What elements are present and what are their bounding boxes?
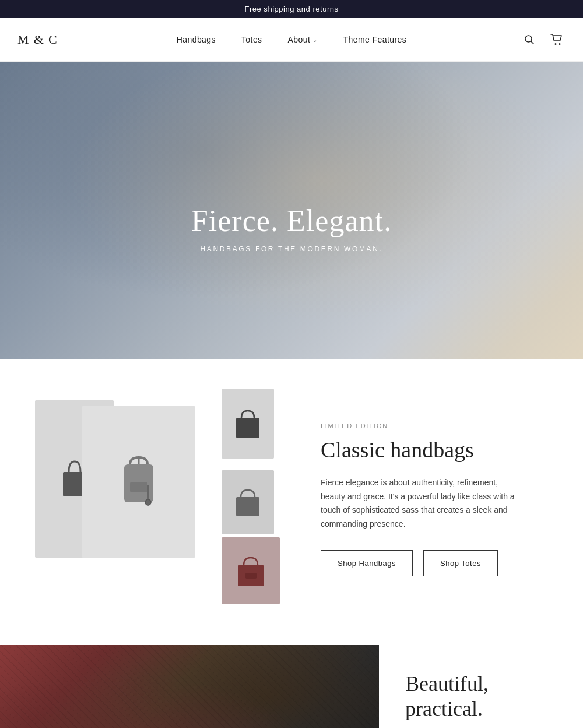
svg-point-2: [555, 43, 557, 45]
nav-item-handbags[interactable]: Handbags: [164, 35, 229, 44]
product-image-bot-right: [222, 537, 280, 604]
second-section: Beautiful, practical. Our luxurious soft…: [0, 645, 583, 728]
feature-section: LIMITED EDITION Classic handbags Fierce …: [0, 359, 583, 645]
announcement-text: Free shipping and returns: [244, 5, 338, 13]
backpack-icon: [115, 453, 162, 511]
feature-content: LIMITED EDITION Classic handbags Fierce …: [321, 422, 548, 576]
nav-item-about[interactable]: About ⌄: [275, 35, 331, 44]
feature-buttons: Shop Handbags Shop Totes: [321, 550, 548, 576]
feature-images: [35, 388, 286, 610]
hero-text: Fierce. Elegant. HANDBAGS FOR THE MODERN…: [191, 204, 392, 253]
shop-handbags-button[interactable]: Shop Handbags: [321, 550, 413, 576]
tote-icon-top: [233, 406, 262, 441]
nav-item-theme-features[interactable]: Theme Features: [331, 35, 420, 44]
hero-subtitle: HANDBAGS FOR THE MODERN WOMAN.: [191, 245, 392, 253]
feature-body: Fierce elegance is about authenticity, r…: [321, 476, 519, 531]
svg-rect-13: [245, 573, 257, 579]
svg-line-1: [531, 41, 534, 44]
main-nav: Handbags Totes About ⌄ Theme Features: [164, 35, 419, 44]
tote-icon-bot: [235, 554, 267, 589]
second-heading: Beautiful, practical.: [405, 671, 560, 722]
hero-section: Fierce. Elegant. HANDBAGS FOR THE MODERN…: [0, 62, 583, 359]
svg-rect-7: [130, 482, 147, 492]
product-image-mid-right: [222, 470, 274, 534]
svg-rect-11: [236, 497, 259, 516]
header-actions: [521, 32, 566, 48]
product-image-top-right: [222, 388, 274, 459]
second-content: Beautiful, practical. Our luxurious soft…: [379, 645, 583, 728]
svg-rect-10: [236, 418, 259, 438]
feature-label: LIMITED EDITION: [321, 422, 548, 429]
nav-item-totes[interactable]: Totes: [229, 35, 275, 44]
logo[interactable]: M & C: [17, 32, 58, 47]
second-image: [0, 645, 379, 728]
announcement-bar: Free shipping and returns: [0, 0, 583, 18]
feature-heading: Classic handbags: [321, 438, 548, 463]
search-icon: [524, 34, 535, 46]
search-button[interactable]: [521, 32, 538, 48]
shop-totes-button[interactable]: Shop Totes: [423, 550, 498, 576]
chevron-down-icon: ⌄: [312, 37, 317, 43]
hero-title: Fierce. Elegant.: [191, 204, 392, 238]
cart-button[interactable]: [548, 32, 566, 48]
svg-point-3: [559, 43, 561, 45]
header: M & C Handbags Totes About ⌄ Theme Featu…: [0, 18, 583, 62]
cart-icon: [550, 34, 563, 46]
product-image-main: [82, 406, 195, 558]
svg-point-8: [145, 499, 151, 505]
svg-point-0: [525, 36, 532, 42]
bag-icon-mid: [233, 487, 262, 519]
